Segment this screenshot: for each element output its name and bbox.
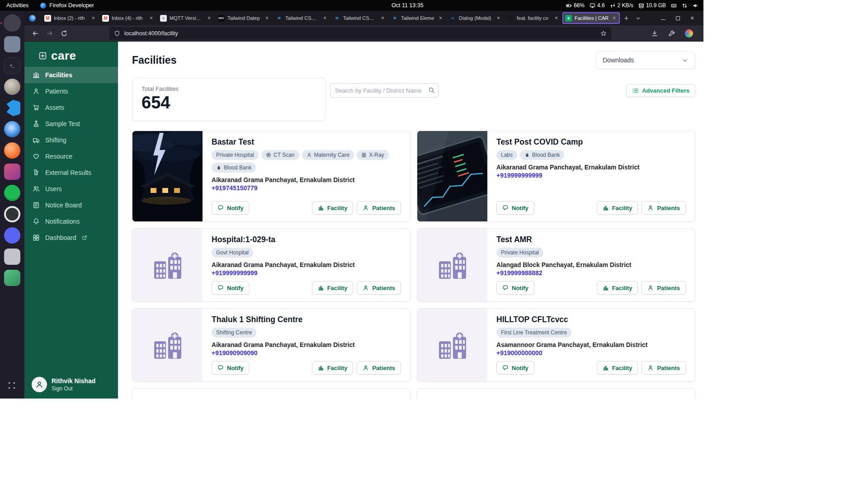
system-indicators[interactable]: 66%4.62 KB/s10.9 GB xyxy=(566,0,698,11)
sidebar-user[interactable]: Rithvik Nishad Sign Out xyxy=(24,377,118,399)
tab-close-icon[interactable]: × xyxy=(322,15,328,21)
dock-vscode-icon[interactable] xyxy=(4,100,20,116)
dock-chromium-icon[interactable] xyxy=(4,121,20,137)
browser-tab[interactable]: ∩Dialog (Modal)× xyxy=(447,12,504,24)
facility-phone-link[interactable]: +919999999999 xyxy=(212,269,401,277)
tab-close-icon[interactable]: × xyxy=(553,15,559,21)
dock-clocks-icon[interactable] xyxy=(4,206,20,222)
view-patients-button[interactable]: Patients xyxy=(357,361,401,375)
view-facility-button[interactable]: Facility xyxy=(312,201,354,215)
tab-list-button[interactable] xyxy=(632,12,644,24)
sidebar-item-label: External Results xyxy=(45,169,91,176)
building-icon xyxy=(603,365,609,371)
view-facility-button[interactable]: Facility xyxy=(597,201,638,215)
view-patients-button[interactable]: Patients xyxy=(642,281,686,295)
clock[interactable]: Oct 11 13:35 xyxy=(392,0,424,11)
sidebar-item-notifications[interactable]: Notifications xyxy=(24,213,118,230)
facility-phone-link[interactable]: +919999999999 xyxy=(496,172,686,179)
bookmark-star-icon[interactable] xyxy=(600,30,607,37)
view-patients-button[interactable]: Patients xyxy=(642,361,686,375)
focused-app-menu[interactable]: Firefox Developer xyxy=(40,2,94,9)
maximize-button[interactable] xyxy=(675,15,681,21)
facility-phone-link[interactable]: +919000000000 xyxy=(496,349,686,357)
notify-button[interactable]: Notify xyxy=(496,201,534,215)
building-icon xyxy=(318,205,324,211)
browser-tab[interactable]: +Facilities | CAR× xyxy=(562,12,620,24)
browser-tab[interactable]: MInbox (4) - rith× xyxy=(99,12,157,24)
notify-button[interactable]: Notify xyxy=(212,201,250,215)
sidebar-item-notice-board[interactable]: Notice Board xyxy=(24,197,118,213)
browser-tab[interactable]: ≈Tailwind Eleme× xyxy=(389,12,446,24)
dock-tweaks-icon[interactable] xyxy=(4,249,20,265)
sidebar-item-patients[interactable]: Patients xyxy=(24,83,118,99)
sidebar-item-shifting[interactable]: Shifting xyxy=(24,132,118,148)
sign-out-button[interactable]: Sign Out xyxy=(52,385,95,392)
facility-phone-link[interactable]: +919999988882 xyxy=(496,269,686,277)
facility-phone-link[interactable]: +919745150779 xyxy=(212,184,401,192)
forward-button[interactable] xyxy=(43,27,56,40)
tab-close-icon[interactable]: × xyxy=(206,15,212,21)
url-bar[interactable]: localhost:4000/facility xyxy=(109,27,611,40)
sidebar-item-facilities[interactable]: Facilities xyxy=(24,67,118,83)
sidebar-item-users[interactable]: Users xyxy=(24,181,118,197)
sidebar-item-assets[interactable]: Assets xyxy=(24,99,118,116)
dock-files-icon[interactable] xyxy=(4,36,20,52)
dock-spotify-icon[interactable] xyxy=(4,185,20,201)
sidebar-item-sample-test[interactable]: Sample Test xyxy=(24,116,118,132)
downloads-select[interactable]: Downloads xyxy=(596,51,695,69)
browser-tab[interactable]: ≈Tailwind CSS B× xyxy=(331,12,388,24)
tab-close-icon[interactable]: × xyxy=(148,15,154,21)
browser-tab[interactable]: ≈Tailwind CSS D× xyxy=(273,12,330,24)
browser-tab[interactable]: MInbox (2) - rith× xyxy=(42,12,99,24)
minimize-button[interactable] xyxy=(660,15,666,21)
tab-close-icon[interactable]: × xyxy=(438,15,443,21)
dock-postman-icon[interactable] xyxy=(4,142,20,159)
dock-discord-icon[interactable] xyxy=(4,227,20,244)
tab-close-icon[interactable]: × xyxy=(611,15,617,21)
tab-close-icon[interactable]: × xyxy=(90,15,96,21)
sidebar-item-resource[interactable]: Resource xyxy=(24,148,118,164)
account-button[interactable] xyxy=(683,27,695,40)
dock-remmina-icon[interactable] xyxy=(4,164,20,180)
notify-button[interactable]: Notify xyxy=(496,281,534,295)
facility-phone-link[interactable]: +919090909090 xyxy=(212,349,401,357)
firefox-view-button[interactable] xyxy=(26,12,38,24)
devtools-button[interactable] xyxy=(665,27,678,40)
tab-close-icon[interactable]: × xyxy=(380,15,386,21)
view-facility-button[interactable]: Facility xyxy=(597,361,638,375)
browser-tab[interactable]: DEVTailwind Datep× xyxy=(215,12,273,24)
search-input[interactable] xyxy=(330,83,439,98)
close-button[interactable]: × xyxy=(689,15,695,21)
sidebar-item-external-results[interactable]: External Results xyxy=(24,164,118,181)
browser-tab[interactable]: ≡MQTT Version 5.0× xyxy=(157,12,215,24)
dock-software-icon[interactable] xyxy=(4,270,20,286)
advanced-filters-button[interactable]: Advanced Filters xyxy=(626,84,695,97)
view-facility-button[interactable]: Facility xyxy=(312,361,354,375)
shield-icon[interactable] xyxy=(114,30,120,37)
notify-button[interactable]: Notify xyxy=(212,281,250,295)
view-facility-button[interactable]: Facility xyxy=(597,281,638,295)
volume-icon[interactable] xyxy=(693,3,698,9)
view-patients-button[interactable]: Patients xyxy=(357,281,401,295)
new-tab-button[interactable] xyxy=(620,12,632,24)
view-patients-button[interactable]: Patients xyxy=(642,201,686,215)
input-source-icon[interactable] xyxy=(671,3,677,9)
notify-button[interactable]: Notify xyxy=(212,361,250,375)
connectivity-icon[interactable] xyxy=(682,3,688,9)
tab-close-icon[interactable]: × xyxy=(495,15,501,21)
sidebar-item-dashboard[interactable]: Dashboard xyxy=(24,230,118,246)
activities-button[interactable]: Activities xyxy=(6,2,28,9)
dock-terminal-icon[interactable]: >_ xyxy=(4,57,20,74)
view-facility-button[interactable]: Facility xyxy=(312,281,354,295)
dock-gimp-icon[interactable] xyxy=(4,79,20,95)
browser-tab[interactable]: feat. facility co× xyxy=(505,12,562,24)
notify-button[interactable]: Notify xyxy=(496,361,534,375)
dock-firefox-icon[interactable] xyxy=(4,15,20,31)
refresh-button[interactable] xyxy=(58,27,71,40)
view-patients-button[interactable]: Patients xyxy=(357,201,401,215)
back-button[interactable] xyxy=(29,27,42,40)
downloads-button[interactable] xyxy=(648,27,661,40)
tab-close-icon[interactable]: × xyxy=(264,15,270,21)
care-logo[interactable]: care xyxy=(24,42,118,62)
dock-app-grid-icon[interactable] xyxy=(4,378,20,394)
